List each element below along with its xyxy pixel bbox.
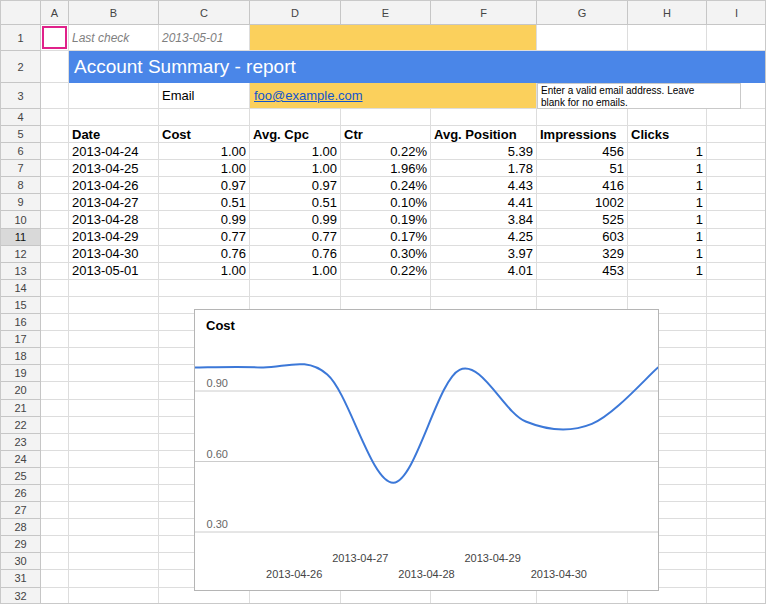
cell-I19[interactable]	[707, 365, 766, 382]
cell-E4[interactable]	[341, 109, 431, 126]
cell-B32[interactable]	[69, 588, 159, 604]
row-header-8[interactable]: 8	[1, 177, 41, 194]
row-header-13[interactable]: 13	[1, 263, 41, 280]
cell-D6[interactable]: 1.00	[250, 143, 341, 160]
cell-B8[interactable]: 2013-04-26	[69, 177, 159, 194]
cell-B21[interactable]	[69, 400, 159, 417]
column-header-H[interactable]: H	[628, 1, 707, 25]
cell-B20[interactable]	[69, 382, 159, 399]
column-header-E[interactable]: E	[341, 1, 431, 25]
cell-H12[interactable]: 1	[628, 246, 707, 263]
row-header-30[interactable]: 30	[1, 553, 41, 570]
cell-H11[interactable]: 1	[628, 229, 707, 246]
cell-E12[interactable]: 0.30%	[341, 246, 431, 263]
cell-A16[interactable]	[41, 314, 69, 331]
cell-A14[interactable]	[41, 280, 69, 297]
cell-C1[interactable]: 2013-05-01	[159, 25, 250, 51]
cell-H7[interactable]: 1	[628, 160, 707, 177]
cell-A6[interactable]	[41, 143, 69, 160]
cell-E14[interactable]	[341, 280, 431, 297]
cell-I28[interactable]	[707, 519, 766, 536]
cell-I1[interactable]	[707, 25, 766, 51]
cell-G1[interactable]	[537, 25, 628, 51]
cell-I27[interactable]	[707, 502, 766, 519]
cell-A22[interactable]	[41, 417, 69, 434]
cell-E7[interactable]: 1.96%	[341, 160, 431, 177]
cell-A28[interactable]	[41, 519, 69, 536]
cell-I31[interactable]	[707, 570, 766, 587]
cell-I29[interactable]	[707, 536, 766, 553]
cell-A30[interactable]	[41, 553, 69, 570]
cell-B13[interactable]: 2013-05-01	[69, 263, 159, 280]
cell-C13[interactable]: 1.00	[159, 263, 250, 280]
cell-G11[interactable]: 603	[537, 229, 628, 246]
row-header-12[interactable]: 12	[1, 246, 41, 263]
cell-I30[interactable]	[707, 553, 766, 570]
cell-C12[interactable]: 0.76	[159, 246, 250, 263]
cell-I9[interactable]	[707, 194, 766, 211]
row-header-22[interactable]: 22	[1, 417, 41, 434]
cell-B23[interactable]	[69, 434, 159, 451]
cell-I15[interactable]	[707, 297, 766, 314]
row-header-9[interactable]: 9	[1, 194, 41, 211]
cell-B6[interactable]: 2013-04-24	[69, 143, 159, 160]
cell-C11[interactable]: 0.77	[159, 229, 250, 246]
column-header-C[interactable]: C	[159, 1, 250, 25]
cell-F9[interactable]: 4.41	[431, 194, 537, 211]
cell-G5[interactable]: Impressions	[537, 126, 628, 143]
cell-A31[interactable]	[41, 570, 69, 587]
cell-E10[interactable]: 0.19%	[341, 211, 431, 228]
cell-H5[interactable]: Clicks	[628, 126, 707, 143]
cell-G7[interactable]: 51	[537, 160, 628, 177]
row-header-10[interactable]: 10	[1, 211, 41, 228]
cell-A21[interactable]	[41, 400, 69, 417]
cell-A12[interactable]	[41, 246, 69, 263]
cell-D4[interactable]	[250, 109, 341, 126]
cell-F8[interactable]: 4.43	[431, 177, 537, 194]
row-header-31[interactable]: 31	[1, 570, 41, 587]
cell-I26[interactable]	[707, 485, 766, 502]
cost-chart[interactable]: 0.300.600.902013-04-262013-04-272013-04-…	[194, 309, 659, 591]
cell-G12[interactable]: 329	[537, 246, 628, 263]
cell-H10[interactable]: 1	[628, 211, 707, 228]
cell-H8[interactable]: 1	[628, 177, 707, 194]
cell-B11[interactable]: 2013-04-29	[69, 229, 159, 246]
row-header-2[interactable]: 2	[1, 51, 41, 83]
cell-B16[interactable]	[69, 314, 159, 331]
cell-I12[interactable]	[707, 246, 766, 263]
cell-C4[interactable]	[159, 109, 250, 126]
cell-H14[interactable]	[628, 280, 707, 297]
cell-A29[interactable]	[41, 536, 69, 553]
row-header-21[interactable]: 21	[1, 400, 41, 417]
cell-I14[interactable]	[707, 280, 766, 297]
cell-F7[interactable]: 1.78	[431, 160, 537, 177]
cell-A17[interactable]	[41, 331, 69, 348]
cell-B17[interactable]	[69, 331, 159, 348]
row-header-24[interactable]: 24	[1, 451, 41, 468]
email-input-cell[interactable]: foo@example.com	[250, 83, 537, 109]
cell-I17[interactable]	[707, 331, 766, 348]
cell-E9[interactable]: 0.10%	[341, 194, 431, 211]
cell-A11[interactable]	[41, 229, 69, 246]
cell-F10[interactable]: 3.84	[431, 211, 537, 228]
cell-G14[interactable]	[537, 280, 628, 297]
row-header-15[interactable]: 15	[1, 297, 41, 314]
select-all-corner[interactable]	[1, 1, 41, 25]
cell-G4[interactable]	[537, 109, 628, 126]
row-header-23[interactable]: 23	[1, 434, 41, 451]
cell-G9[interactable]: 1002	[537, 194, 628, 211]
row-header-11[interactable]: 11	[1, 229, 41, 246]
column-header-A[interactable]: A	[41, 1, 69, 25]
cell-I6[interactable]	[707, 143, 766, 160]
cell-A23[interactable]	[41, 434, 69, 451]
row-header-26[interactable]: 26	[1, 485, 41, 502]
cell-E11[interactable]: 0.17%	[341, 229, 431, 246]
cell-I22[interactable]	[707, 417, 766, 434]
cell-B28[interactable]	[69, 519, 159, 536]
cell-C5[interactable]: Cost	[159, 126, 250, 143]
row-header-32[interactable]: 32	[1, 588, 41, 604]
row-header-1[interactable]: 1	[1, 25, 41, 51]
row-header-19[interactable]: 19	[1, 365, 41, 382]
cell-A18[interactable]	[41, 348, 69, 365]
cell-D7[interactable]: 1.00	[250, 160, 341, 177]
